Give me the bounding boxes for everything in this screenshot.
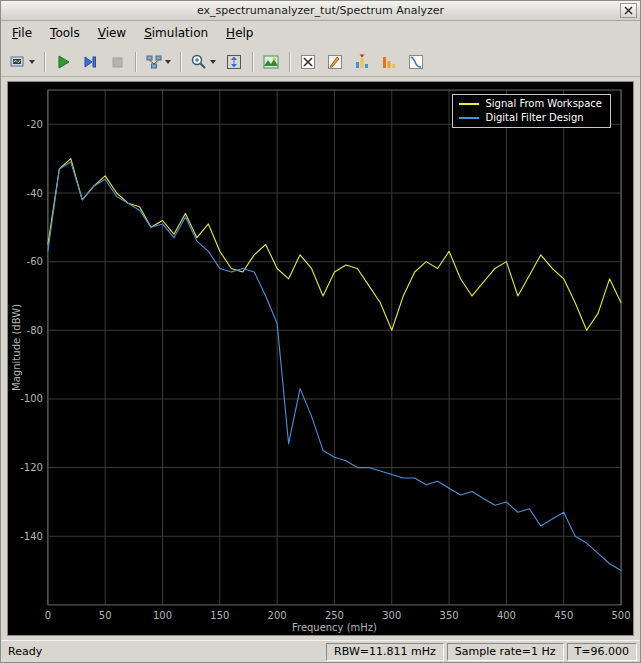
toolbar-separator bbox=[44, 52, 45, 72]
ccdf-measurements-button[interactable] bbox=[403, 50, 429, 74]
configuration-dropdown-button[interactable] bbox=[5, 50, 39, 74]
svg-text:500: 500 bbox=[612, 610, 631, 621]
span-full-view-button[interactable] bbox=[221, 50, 247, 74]
svg-text:200: 200 bbox=[268, 610, 287, 621]
svg-text:250: 250 bbox=[325, 610, 344, 621]
run-icon bbox=[54, 53, 72, 71]
statusbar: Ready RBW=11.811 mHz Sample rate=1 Hz T=… bbox=[1, 640, 640, 662]
menu-simulation[interactable]: Simulation bbox=[135, 21, 217, 47]
stop-button[interactable] bbox=[104, 50, 130, 74]
step-forward-button[interactable] bbox=[77, 50, 103, 74]
ccdf-measurements-icon bbox=[407, 53, 425, 71]
legend-label: Digital Filter Design bbox=[485, 112, 583, 123]
window-title: ex_spectrumanalyzer_tut/Spectrum Analyze… bbox=[1, 4, 640, 17]
toolbar-separator bbox=[289, 52, 290, 72]
toolbar-separator bbox=[180, 52, 181, 72]
simulation-options-icon bbox=[145, 53, 163, 71]
toolbar bbox=[1, 47, 640, 77]
stop-icon bbox=[108, 53, 126, 71]
menu-view[interactable]: View bbox=[89, 21, 135, 47]
run-button[interactable] bbox=[50, 50, 76, 74]
close-button[interactable] bbox=[620, 3, 637, 18]
signal-statistics-icon bbox=[326, 53, 344, 71]
legend-label: Signal From Workspace bbox=[485, 98, 602, 109]
spectrum-analyzer-window: ex_spectrumanalyzer_tut/Spectrum Analyze… bbox=[0, 0, 641, 663]
status-ready: Ready bbox=[4, 645, 323, 658]
configuration-icon bbox=[9, 53, 27, 71]
simulation-options-dropdown-button[interactable] bbox=[141, 50, 175, 74]
distortion-measurements-icon bbox=[380, 53, 398, 71]
svg-text:Frequency (mHz): Frequency (mHz) bbox=[292, 622, 377, 633]
status-time: T=96.000 bbox=[567, 643, 637, 661]
svg-text:-80: -80 bbox=[27, 325, 43, 336]
spectrum-plot[interactable]: 050100150200250300350400450500-20-40-60-… bbox=[8, 82, 633, 635]
menu-file[interactable]: File bbox=[3, 21, 41, 47]
status-sample-rate: Sample rate=1 Hz bbox=[447, 643, 564, 661]
svg-text:-40: -40 bbox=[27, 187, 43, 198]
peak-finder-icon bbox=[353, 53, 371, 71]
menu-tools[interactable]: Tools bbox=[41, 21, 89, 47]
zoom-dropdown-button[interactable] bbox=[186, 50, 220, 74]
dropdown-arrow-icon bbox=[210, 60, 216, 67]
svg-text:-120: -120 bbox=[20, 462, 43, 473]
plot-area[interactable]: 050100150200250300350400450500-20-40-60-… bbox=[7, 81, 634, 636]
svg-text:100: 100 bbox=[153, 610, 172, 621]
toolbar-separator bbox=[252, 52, 253, 72]
svg-text:350: 350 bbox=[440, 610, 459, 621]
spectrum-settings-icon bbox=[262, 53, 280, 71]
window-titlebar[interactable]: ex_spectrumanalyzer_tut/Spectrum Analyze… bbox=[1, 1, 640, 21]
status-rbw: RBW=11.811 mHz bbox=[326, 643, 444, 661]
dropdown-arrow-icon bbox=[165, 60, 171, 67]
zoom-icon bbox=[190, 53, 208, 71]
toolbar-separator bbox=[135, 52, 136, 72]
svg-text:-60: -60 bbox=[27, 256, 43, 267]
legend-item-digital-filter-design: Digital Filter Design bbox=[459, 112, 602, 123]
step-forward-icon bbox=[81, 53, 99, 71]
menu-help[interactable]: Help bbox=[217, 21, 262, 47]
cursor-measurements-button[interactable] bbox=[295, 50, 321, 74]
svg-text:-140: -140 bbox=[20, 531, 43, 542]
legend-line-swatch-blue bbox=[459, 117, 479, 119]
legend-line-swatch-yellow bbox=[459, 103, 479, 105]
svg-text:300: 300 bbox=[382, 610, 401, 621]
cursor-measurements-icon bbox=[299, 53, 317, 71]
svg-text:450: 450 bbox=[554, 610, 573, 621]
menubar: File Tools View Simulation Help bbox=[1, 21, 640, 47]
svg-text:0: 0 bbox=[45, 610, 51, 621]
svg-text:50: 50 bbox=[99, 610, 112, 621]
chart-legend[interactable]: Signal From Workspace Digital Filter Des… bbox=[452, 94, 611, 128]
svg-text:400: 400 bbox=[497, 610, 516, 621]
svg-text:Magnitude (dBW): Magnitude (dBW) bbox=[11, 304, 22, 391]
close-icon bbox=[624, 6, 633, 15]
svg-text:150: 150 bbox=[210, 610, 229, 621]
distortion-measurements-button[interactable] bbox=[376, 50, 402, 74]
peak-finder-button[interactable] bbox=[349, 50, 375, 74]
spectrum-settings-button[interactable] bbox=[258, 50, 284, 74]
svg-text:-20: -20 bbox=[27, 119, 43, 130]
svg-text:-100: -100 bbox=[20, 393, 43, 404]
legend-item-signal-from-workspace: Signal From Workspace bbox=[459, 98, 602, 109]
span-full-view-icon bbox=[225, 53, 243, 71]
signal-statistics-button[interactable] bbox=[322, 50, 348, 74]
dropdown-arrow-icon bbox=[29, 60, 35, 67]
